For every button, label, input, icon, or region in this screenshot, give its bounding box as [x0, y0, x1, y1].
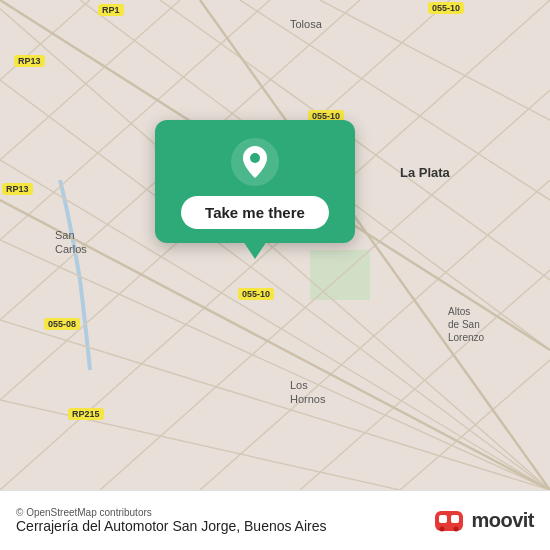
badge-055-10-top: 055-10 — [428, 2, 464, 14]
svg-rect-28 — [439, 515, 447, 523]
moovit-text: moovit — [471, 509, 534, 532]
badge-rp215: RP215 — [68, 408, 104, 420]
svg-rect-29 — [451, 515, 459, 523]
bottom-left-info: © OpenStreetMap contributors Cerrajería … — [16, 507, 327, 534]
svg-point-31 — [454, 526, 459, 531]
badge-055-10-bot: 055-10 — [238, 288, 274, 300]
moovit-logo: moovit — [433, 505, 534, 537]
badge-rp13-bot: RP13 — [2, 183, 33, 195]
badge-rp13-top: RP13 — [14, 55, 45, 67]
popup-card: Take me there — [155, 120, 355, 243]
take-me-there-button[interactable]: Take me there — [181, 196, 329, 229]
badge-055-08: 055-08 — [44, 318, 80, 330]
svg-point-26 — [250, 153, 260, 163]
bottom-bar: © OpenStreetMap contributors Cerrajería … — [0, 490, 550, 550]
badge-rp1: RP1 — [98, 4, 124, 16]
map-view: Tolosa La Plata SanCarlos LosHornos Alto… — [0, 0, 550, 490]
place-name: Cerrajería del Automotor San Jorge, Buen… — [16, 518, 327, 534]
moovit-icon — [433, 505, 465, 537]
svg-point-30 — [440, 526, 445, 531]
osm-credit: © OpenStreetMap contributors — [16, 507, 327, 518]
location-pin-icon — [231, 138, 279, 186]
